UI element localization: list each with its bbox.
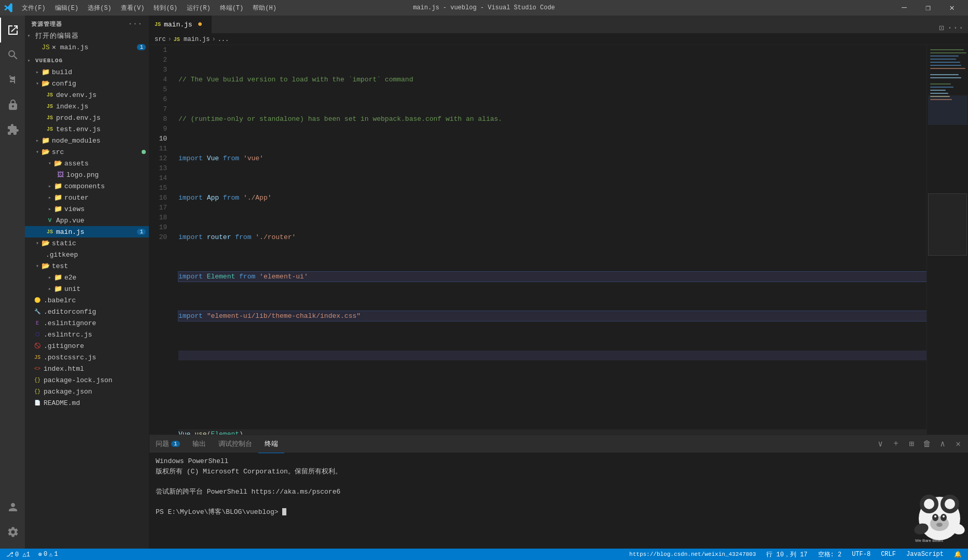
folder-assets[interactable]: ▾ 📂 assets: [25, 158, 149, 169]
status-bar: ⎇ 0 △1 ⊗ 0 ⚠ 1 https://blog.csdn.net/wei…: [0, 549, 968, 560]
folder-node-label: node_modules: [52, 137, 149, 145]
activity-settings[interactable]: [0, 520, 25, 544]
file-index-config[interactable]: JS index.js: [25, 101, 149, 112]
folder-e2e[interactable]: ▸ 📁 e2e: [25, 272, 149, 283]
file-main-js-active[interactable]: JS main.js 1: [25, 226, 149, 237]
code-line-4: import App from './App': [178, 193, 926, 203]
menu-file[interactable]: 文件(F): [18, 3, 50, 13]
maximize-button[interactable]: ❐: [916, 0, 940, 16]
file-package-lock[interactable]: {} package-lock.json: [25, 374, 149, 386]
file-app-vue[interactable]: V App.vue: [25, 215, 149, 226]
menu-help[interactable]: 帮助(H): [248, 3, 281, 13]
menu-terminal[interactable]: 终端(T): [216, 3, 248, 13]
folder-node-modules[interactable]: ▸ 📁 node_modules: [25, 135, 149, 146]
section-open-editors[interactable]: ▾ 打开的编辑器: [25, 30, 149, 41]
status-language[interactable]: JavaScript: [904, 549, 946, 560]
menu-goto[interactable]: 转到(G): [149, 3, 182, 13]
breadcrumb: src › JS main.js › ...: [149, 34, 968, 45]
file-logo-png[interactable]: 🖼 logo.png: [25, 169, 149, 180]
terminal-trash-icon[interactable]: 🗑: [921, 438, 933, 450]
file-editorconfig-label: .editorconfig: [44, 308, 149, 316]
file-index-html[interactable]: <> index.html: [25, 363, 149, 374]
activity-extensions[interactable]: [0, 117, 25, 142]
file-test-env[interactable]: JS test.env.js: [25, 123, 149, 135]
folder-config-label: config: [52, 80, 149, 88]
status-blog-link[interactable]: https://blog.csdn.net/weixin_43247803: [627, 549, 758, 560]
unit-arrow: ▸: [46, 286, 54, 292]
folder-components[interactable]: ▸ 📁 components: [25, 180, 149, 192]
menu-run[interactable]: 运行(R): [183, 3, 215, 13]
folder-views-icon: 📁: [54, 205, 62, 213]
file-eslintrc[interactable]: ⬡ .eslintrc.js: [25, 329, 149, 340]
code-content[interactable]: // The Vue build version to load with th…: [175, 45, 926, 435]
terminal-split-icon[interactable]: ⊞: [906, 438, 917, 450]
open-file-label: ✕ main.js: [52, 43, 137, 51]
terminal-content[interactable]: Windows PowerShell 版权所有 (C) Microsoft Co…: [149, 453, 968, 549]
status-notifications[interactable]: 🔔: [952, 549, 964, 560]
file-gitignore[interactable]: 🚫 .gitignore: [25, 340, 149, 352]
activity-account[interactable]: [0, 495, 25, 520]
panel-tab-terminal[interactable]: 终端: [258, 435, 284, 453]
file-postcssrc[interactable]: JS .postcssrc.js: [25, 352, 149, 363]
breadcrumb-sep-2: ›: [212, 36, 215, 43]
file-eslintignore[interactable]: E .eslintignore: [25, 317, 149, 329]
file-gitkeep[interactable]: .gitkeep: [25, 249, 149, 260]
folder-test[interactable]: ▾ 📂 test: [25, 260, 149, 272]
tab-main-js[interactable]: JS main.js ●: [149, 16, 212, 33]
tab-modified-indicator[interactable]: ●: [196, 20, 205, 29]
line-numbers: 12345 678910 1112131415 1617181920: [149, 45, 175, 435]
terminal-up-icon[interactable]: ∧: [937, 438, 948, 450]
code-viewport[interactable]: 12345 678910 1112131415 1617181920 // Th…: [149, 45, 926, 435]
breadcrumb-src[interactable]: src: [155, 36, 166, 43]
file-postcssrc-label: .postcssrc.js: [44, 354, 149, 361]
panel-tab-problems[interactable]: 问题 1: [149, 435, 186, 453]
open-file-main-js[interactable]: JS ✕ main.js 1: [25, 41, 149, 53]
activity-explorer[interactable]: [0, 18, 25, 43]
status-line-col[interactable]: 行 10，列 17: [764, 549, 809, 560]
breadcrumb-symbol[interactable]: ...: [218, 36, 229, 43]
readme-icon: 📄: [33, 400, 42, 406]
status-encoding[interactable]: UTF-8: [850, 549, 873, 560]
folder-router[interactable]: ▸ 📁 router: [25, 192, 149, 203]
folder-static[interactable]: ▾ 📂 static: [25, 237, 149, 249]
menu-view[interactable]: 查看(V): [117, 3, 149, 13]
folder-build[interactable]: ▸ 📁 build: [25, 66, 149, 78]
more-actions-icon[interactable]: ···: [947, 23, 964, 33]
activity-search[interactable]: [0, 43, 25, 67]
status-eol[interactable]: CRLF: [879, 549, 898, 560]
folder-src-icon: 📂: [42, 148, 50, 156]
section-vueblog[interactable]: ▾ VUEBLOG: [25, 55, 149, 66]
folder-test-icon: 📂: [42, 262, 50, 270]
minimize-button[interactable]: —: [892, 0, 916, 16]
file-package-json[interactable]: {} package.json: [25, 386, 149, 397]
menu-select[interactable]: 选择(S): [84, 3, 116, 13]
panel-tab-output[interactable]: 输出: [186, 435, 212, 453]
status-errors[interactable]: ⊗ 0 ⚠ 1: [36, 549, 60, 560]
folder-e2e-icon: 📁: [54, 273, 62, 282]
panel-close-icon[interactable]: ✕: [952, 438, 964, 450]
breadcrumb-file[interactable]: JS main.js: [174, 36, 210, 43]
file-prod-env[interactable]: JS prod.env.js: [25, 112, 149, 123]
panel-tab-debug[interactable]: 调试控制台: [212, 435, 258, 453]
code-line-8: [178, 351, 926, 360]
folder-views[interactable]: ▸ 📁 views: [25, 203, 149, 215]
activity-source-control[interactable]: [0, 67, 25, 92]
file-editorconfig[interactable]: 🔧 .editorconfig: [25, 306, 149, 317]
status-spaces[interactable]: 空格: 2: [816, 549, 844, 560]
split-editor-icon[interactable]: ⊡: [939, 23, 944, 33]
menu-edit[interactable]: 编辑(E): [51, 3, 83, 13]
file-readme[interactable]: 📄 README.md: [25, 397, 149, 409]
sidebar-more-button[interactable]: ···: [128, 20, 143, 28]
folder-config[interactable]: ▾ 📂 config: [25, 78, 149, 89]
file-dev-env[interactable]: JS dev.env.js: [25, 89, 149, 101]
title-bar-controls: — ❐ ✕: [892, 0, 964, 16]
editorconfig-icon: 🔧: [33, 309, 42, 315]
folder-unit[interactable]: ▸ 📁 unit: [25, 283, 149, 295]
file-babelrc[interactable]: 🟡 .babelrc: [25, 295, 149, 306]
terminal-select-icon[interactable]: ∨: [875, 438, 886, 450]
close-button[interactable]: ✕: [940, 0, 964, 16]
terminal-add-icon[interactable]: +: [890, 438, 902, 450]
folder-src[interactable]: ▾ 📂 src: [25, 146, 149, 158]
status-git[interactable]: ⎇ 0 △1: [4, 549, 32, 560]
activity-run-debug[interactable]: [0, 92, 25, 117]
